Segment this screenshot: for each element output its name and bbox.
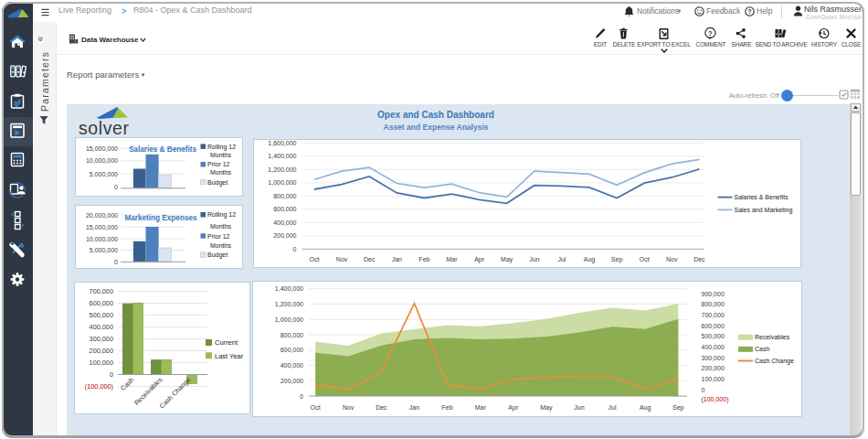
svg-text:600,000: 600,000 — [273, 206, 296, 212]
svg-text:15,000,000: 15,000,000 — [86, 224, 118, 230]
svg-text:700,000: 700,000 — [702, 312, 725, 318]
svg-text:Feb: Feb — [418, 256, 429, 262]
svg-text:800,000: 800,000 — [281, 332, 303, 338]
svg-text:800,000: 800,000 — [702, 301, 725, 307]
svg-text:(100,000): (100,000) — [702, 396, 729, 403]
svg-text:Current: Current — [215, 338, 238, 347]
svg-text:Prior 12: Prior 12 — [207, 233, 230, 240]
svg-text:1,000,000: 1,000,000 — [275, 316, 303, 323]
svg-text:Aug: Aug — [640, 404, 651, 412]
svg-text:Cash Change: Cash Change — [755, 358, 794, 365]
svg-text:0: 0 — [110, 370, 113, 379]
svg-text:1,400,000: 1,400,000 — [275, 285, 303, 292]
svg-text:Nov: Nov — [666, 256, 678, 262]
svg-text:Cash: Cash — [119, 375, 135, 391]
svg-text:300,000: 300,000 — [90, 335, 113, 343]
svg-text:Sep: Sep — [610, 256, 622, 263]
svg-text:Jan: Jan — [391, 256, 401, 262]
svg-text:Sales and Marketing: Sales and Marketing — [734, 207, 792, 214]
svg-text:200,000: 200,000 — [281, 378, 303, 384]
svg-text:(100,000): (100,000) — [85, 381, 113, 390]
svg-text:Budget: Budget — [207, 252, 228, 259]
svg-text:Sep: Sep — [672, 404, 684, 412]
svg-text:1,200,000: 1,200,000 — [268, 166, 296, 173]
svg-text:200,000: 200,000 — [273, 232, 296, 239]
svg-text:15,000,000: 15,000,000 — [86, 145, 118, 152]
svg-text:10,000,000: 10,000,000 — [86, 236, 118, 242]
svg-text:600,000: 600,000 — [281, 347, 303, 353]
svg-text:500,000: 500,000 — [702, 333, 725, 339]
svg-text:Rolling 12: Rolling 12 — [207, 144, 236, 151]
svg-text:100,000: 100,000 — [90, 359, 113, 367]
svg-text:300,000: 300,000 — [702, 355, 725, 361]
svg-text:500,000: 500,000 — [90, 311, 113, 319]
svg-text:Salaries & Benefits: Salaries & Benefits — [129, 145, 197, 154]
svg-text:Jun: Jun — [529, 256, 539, 262]
svg-text:0: 0 — [292, 246, 296, 252]
svg-text:5,000,000: 5,000,000 — [90, 171, 118, 177]
svg-text:0: 0 — [114, 184, 118, 190]
svg-text:Oct: Oct — [309, 256, 319, 262]
svg-text:Apr: Apr — [508, 404, 519, 412]
svg-text:?: ? — [747, 8, 751, 15]
svg-text:600,000: 600,000 — [702, 323, 725, 329]
svg-text:800,000: 800,000 — [273, 193, 296, 199]
svg-text:1,400,000: 1,400,000 — [268, 153, 296, 159]
svg-text:400,000: 400,000 — [273, 220, 296, 226]
svg-text:10,000,000: 10,000,000 — [86, 157, 118, 164]
svg-text:20,000,000: 20,000,000 — [86, 212, 118, 219]
svg-text:600,000: 600,000 — [90, 299, 113, 307]
svg-text:400,000: 400,000 — [281, 362, 303, 369]
svg-text:May: May — [501, 256, 513, 263]
svg-text:Months: Months — [210, 223, 231, 230]
svg-text:Budget: Budget — [207, 179, 228, 187]
svg-text:Jul: Jul — [557, 256, 566, 262]
svg-text:0: 0 — [114, 259, 118, 265]
svg-text:Oct: Oct — [311, 404, 321, 411]
svg-text:Mar: Mar — [446, 256, 458, 262]
svg-text:900,000: 900,000 — [702, 291, 725, 297]
svg-text:May: May — [540, 404, 553, 412]
svg-text:Last Year: Last Year — [215, 351, 244, 359]
svg-text:700,000: 700,000 — [90, 287, 113, 295]
svg-text:Feb: Feb — [442, 404, 453, 411]
svg-text:200,000: 200,000 — [90, 347, 113, 355]
svg-text:0: 0 — [300, 393, 303, 400]
svg-text:Rolling 12: Rolling 12 — [207, 211, 236, 219]
svg-text:0: 0 — [702, 387, 705, 393]
svg-text:Jan: Jan — [409, 404, 419, 411]
svg-text:1,200,000: 1,200,000 — [275, 301, 303, 307]
svg-text:Mar: Mar — [475, 404, 487, 411]
svg-text:Nov: Nov — [335, 256, 347, 262]
svg-text:Oct: Oct — [639, 256, 649, 262]
svg-text:?: ? — [708, 29, 713, 37]
svg-text:Prior 12: Prior 12 — [207, 161, 230, 167]
svg-text:1,600,000: 1,600,000 — [268, 140, 296, 146]
svg-text:Aug: Aug — [583, 256, 595, 263]
svg-text:Apr: Apr — [474, 256, 485, 263]
svg-text:400,000: 400,000 — [702, 344, 725, 350]
svg-text:Dec: Dec — [376, 404, 387, 411]
svg-text:Marketing Expenses: Marketing Expenses — [124, 214, 197, 222]
svg-text:400,000: 400,000 — [90, 323, 113, 331]
svg-text:200,000: 200,000 — [702, 365, 725, 371]
svg-text:Jul: Jul — [609, 404, 617, 411]
svg-text:Jun: Jun — [574, 404, 584, 411]
svg-text:Salaries & Benefits: Salaries & Benefits — [734, 194, 789, 200]
svg-text:Months: Months — [210, 242, 231, 249]
svg-text:Cash: Cash — [755, 346, 769, 352]
svg-text:1,000,000: 1,000,000 — [268, 179, 296, 186]
svg-text:Dec: Dec — [693, 256, 705, 262]
svg-text:Dec: Dec — [363, 256, 375, 262]
svg-text:5,000,000: 5,000,000 — [90, 247, 118, 253]
svg-text:100,000: 100,000 — [702, 376, 725, 382]
svg-text:Nov: Nov — [343, 404, 355, 411]
svg-text:Months: Months — [210, 152, 231, 158]
svg-text:Months: Months — [210, 169, 231, 176]
svg-text:Receivables: Receivables — [755, 334, 790, 340]
